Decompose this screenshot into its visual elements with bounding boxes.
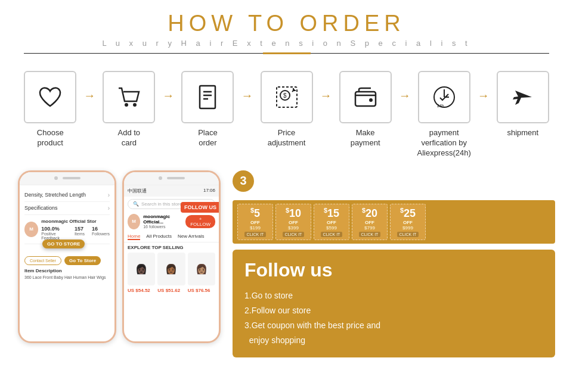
add-to-card-icon-box (103, 71, 155, 123)
coupon-15-click: CLICK IT (321, 232, 343, 237)
bottom-section: Density, Stretched Length › Specificatio… (0, 164, 573, 355)
arrow-6: → (476, 71, 491, 102)
price-tag-icon: $ (272, 82, 302, 112)
coupon-10-click: CLICK IT (283, 232, 305, 237)
phones-container: Density, Stretched Length › Specificatio… (18, 170, 221, 355)
divider-accent (263, 52, 311, 54)
step-payment-verification: 24h paymentverfication byAliexpress(24h) (411, 71, 476, 158)
phone2-carrier: 中国联通 (128, 188, 147, 194)
phone2-explore-label: EXPLORE TOP SELLING (124, 242, 219, 251)
heart-icon (35, 82, 65, 112)
phone2-nav-new-arrivals[interactable]: New Arrivals (178, 234, 204, 240)
phone1-stats: 100.0% Positive Feedback 157 Items 16 Fo… (41, 226, 110, 240)
svg-point-13 (369, 98, 373, 102)
phone2-prices-row: US $54.52 US $51.62 US $76.56 (124, 287, 219, 294)
step-price-adjustment: $ Priceadjustment (254, 71, 318, 148)
phone2-mockup: 中国联通 17:06 🔍 Search in this store M moon… (122, 170, 221, 343)
phone1-store-details: moonmagic Official Stor 100.0% Positive … (41, 219, 110, 240)
coupon-5[interactable]: $5 OFF $199 CLICK IT (237, 204, 273, 240)
coupon-25[interactable]: $25 OFF $999 CLICK IT (390, 204, 426, 240)
go-to-store-button2[interactable]: Go To Store (64, 256, 101, 265)
phone1-action-row: Contact Seller Go To Store (24, 256, 110, 265)
phone2-nav: Home All Products New Arrivals (124, 232, 219, 242)
arrow-5: → (398, 71, 412, 102)
phone2-nav-all-products[interactable]: All Products (146, 234, 172, 240)
section3-badge: 3 (233, 170, 254, 192)
phone1-row-density: Density, Stretched Length › (24, 189, 110, 202)
header-divider (24, 52, 549, 54)
follow-us-box: Follow us 1.Go to store 2.Follow our sto… (233, 250, 555, 358)
cart-icon (114, 82, 144, 112)
phone2-store-row: M moonmagic Official... 16 followers + F… (124, 211, 219, 232)
phone2-time: 17:06 (203, 188, 215, 194)
price-adjustment-icon-box: $ (261, 71, 313, 123)
divider-line-right (311, 53, 550, 54)
phone2-camera (159, 176, 162, 180)
step-label: shipment (507, 128, 538, 138)
follow-button[interactable]: + FOLLOW (185, 215, 215, 228)
coupon-5-price: $199 (250, 225, 261, 231)
follow-us-title: Follow us (244, 259, 543, 281)
phone1-stat-rating: 100.0% Positive Feedback (41, 226, 67, 240)
coupon-20[interactable]: $20 OFF $799 CLICK IT (352, 204, 388, 240)
step-label: Placeorder (198, 128, 218, 148)
phone2-nav-home[interactable]: Home (128, 234, 140, 240)
svg-text:$: $ (283, 92, 287, 99)
arrow-2: → (162, 71, 176, 102)
step-label: Chooseproduct (37, 128, 64, 148)
coupon-15[interactable]: $15 OFF $599 CLICK IT (314, 204, 349, 240)
contact-seller-button[interactable]: Contact Seller (24, 256, 61, 265)
phone1-stat-items: 157 Items (75, 226, 85, 240)
coupon-25-click: CLICK IT (397, 232, 419, 237)
step-shipment: shipment (491, 71, 555, 138)
airplane-icon (508, 82, 538, 112)
search-icon: 🔍 (133, 201, 139, 207)
phone2-store-name: moonmagic Official... (143, 214, 182, 225)
coupon-5-amount: $5 (250, 207, 260, 220)
phone2-price-3: US $76.56 (188, 288, 215, 293)
wallet-icon (351, 82, 380, 112)
place-order-icon-box (181, 71, 234, 123)
arrow-3: → (240, 71, 255, 102)
step-place-order: Placeorder (175, 71, 240, 148)
step-label: Makepayment (351, 128, 380, 148)
svg-rect-2 (200, 86, 215, 108)
step-label: Add tocard (118, 128, 141, 148)
right-panel: 3 $5 OFF $199 CLICK IT $10 OFF $399 CLIC… (233, 170, 555, 355)
phone1-stat-followers: 16 Followers (92, 226, 110, 240)
svg-point-1 (133, 103, 137, 107)
phone2-product-2: 👩🏾 (157, 253, 185, 285)
coupon-10[interactable]: $10 OFF $399 CLICK IT (275, 204, 311, 240)
coupon-10-off: OFF (289, 220, 298, 225)
coupon-20-price: $799 (364, 225, 375, 231)
shipment-icon-box (497, 71, 549, 123)
step-choose-product: Chooseproduct (18, 71, 82, 148)
page-title: HOW TO ORDER (0, 11, 573, 36)
page-header: HOW TO ORDER L u x u r y H a i r E x t e… (0, 0, 573, 58)
phone1-row-specs: Specifications › (24, 202, 110, 215)
coupons-row: $5 OFF $199 CLICK IT $10 OFF $399 CLICK … (233, 200, 555, 244)
phone1-item-desc: Item Description (24, 268, 110, 273)
coupon-5-click: CLICK IT (244, 232, 267, 237)
phone1-speaker (63, 177, 80, 179)
phone2-followers: 16 followers (143, 225, 182, 229)
phone2-top-bar (124, 172, 219, 185)
make-payment-icon-box (339, 71, 392, 123)
coupon-25-amount: $25 (400, 207, 416, 220)
coupon-15-off: OFF (327, 220, 336, 225)
phone2-products-grid: 👩🏿 👩🏾 👩🏽 (124, 251, 219, 287)
arrow-1: → (82, 71, 97, 102)
step-make-payment: Makepayment (333, 71, 397, 148)
page-subtitle: L u x u r y H a i r E x t e n s i o n S … (0, 39, 573, 48)
phone1-camera (54, 176, 58, 180)
payment-verification-icon-box: 24h (418, 71, 470, 123)
svg-point-0 (125, 103, 128, 107)
svg-rect-12 (355, 92, 376, 106)
coupon-15-amount: $15 (324, 207, 339, 220)
phone2-product-3: 👩🏽 (188, 253, 215, 285)
go-to-store-button[interactable]: GO TO STORE (42, 239, 85, 248)
coupon-20-click: CLICK IT (359, 232, 381, 237)
section3-header: 3 (233, 170, 555, 194)
clock-check-icon: 24h (429, 82, 459, 112)
phone2-product-1: 👩🏿 (128, 253, 155, 285)
